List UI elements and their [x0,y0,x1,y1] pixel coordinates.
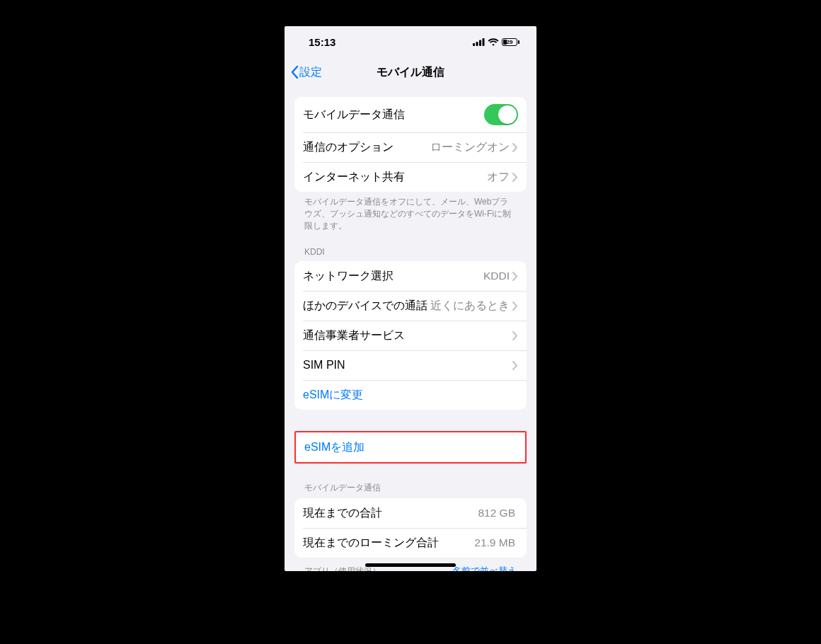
chevron-right-icon [512,173,518,182]
cellular-options-label: 通信のオプション [303,140,430,155]
cellular-options-row[interactable]: 通信のオプション ローミングオン [294,132,527,162]
apps-sort-button[interactable]: 名前で並べ替え [452,565,517,571]
battery-icon: 29 [502,38,519,46]
chevron-right-icon [512,301,518,311]
network-selection-value: KDDI [483,270,510,282]
usage-section-header: モバイルデータ通信 [294,464,527,498]
hotspot-label: インターネット共有 [303,170,487,185]
cellular-group: モバイルデータ通信 通信のオプション ローミングオン インターネット共有 オフ [294,97,527,192]
convert-to-esim-label: eSIMに変更 [303,388,518,403]
svg-rect-0 [473,43,475,46]
usage-total-label: 現在までの合計 [303,506,478,521]
back-button[interactable]: 設定 [290,57,322,87]
add-esim-group: eSIMを追加 [296,432,525,462]
network-selection-row[interactable]: ネットワーク選択 KDDI [294,261,527,291]
cellular-options-value: ローミングオン [430,140,510,155]
home-indicator[interactable] [365,563,456,567]
chevron-right-icon [512,331,518,340]
usage-total-row: 現在までの合計 812 GB [294,498,527,528]
status-time: 15:13 [309,36,335,48]
svg-rect-1 [476,42,478,46]
usage-total-value: 812 GB [478,507,515,519]
carrier-services-row[interactable]: 通信事業者サービス [294,321,527,350]
status-bar: 15:13 29 [285,26,536,57]
usage-group: 現在までの合計 812 GB 現在までのローミング合計 21.9 MB [294,498,527,558]
network-selection-label: ネットワーク選択 [303,269,483,284]
hotspot-value: オフ [487,170,510,185]
nav-bar: 設定 モバイル通信 [285,57,536,87]
calls-on-other-devices-value: 近くにあるとき [430,299,510,314]
add-esim-row[interactable]: eSIMを追加 [296,432,525,462]
chevron-left-icon [290,65,299,79]
calls-on-other-devices-row[interactable]: ほかのデバイスでの通話 近くにあるとき [294,291,527,321]
carrier-section-header: KDDI [294,231,527,261]
cellular-icon [473,38,485,46]
svg-rect-2 [479,40,481,46]
cellular-data-label: モバイルデータ通信 [303,108,484,122]
hotspot-row[interactable]: インターネット共有 オフ [294,162,527,192]
settings-content: モバイルデータ通信 通信のオプション ローミングオン インターネット共有 オフ … [285,87,536,571]
add-esim-highlight: eSIMを追加 [294,431,527,464]
add-esim-label: eSIMを追加 [304,440,517,455]
page-title: モバイル通信 [377,65,444,80]
phone-screen: 15:13 29 設定 モバイル通信 モバイルデータ通信 [285,26,536,571]
wifi-icon [488,38,499,46]
usage-roaming-value: 21.9 MB [474,536,515,549]
cellular-data-row[interactable]: モバイルデータ通信 [294,97,527,132]
chevron-right-icon [512,143,518,152]
chevron-right-icon [512,361,518,370]
convert-to-esim-row[interactable]: eSIMに変更 [294,380,527,410]
usage-roaming-label: 現在までのローミング合計 [303,536,474,551]
carrier-group: ネットワーク選択 KDDI ほかのデバイスでの通話 近くにあるとき 通信事業者サ… [294,261,527,410]
calls-on-other-devices-label: ほかのデバイスでの通話 [303,299,430,314]
cellular-footer-note: モバイルデータ通信をオフにして、メール、Webブラウズ、プッシュ通知などのすべて… [294,192,527,231]
sim-pin-row[interactable]: SIM PIN [294,350,527,380]
status-indicators: 29 [473,38,519,46]
usage-roaming-row: 現在までのローミング合計 21.9 MB [294,528,527,558]
back-label: 設定 [299,65,322,80]
carrier-services-label: 通信事業者サービス [303,328,512,343]
svg-rect-3 [483,38,485,46]
sim-pin-label: SIM PIN [303,359,512,372]
cellular-data-toggle[interactable] [484,104,518,125]
chevron-right-icon [512,272,518,281]
